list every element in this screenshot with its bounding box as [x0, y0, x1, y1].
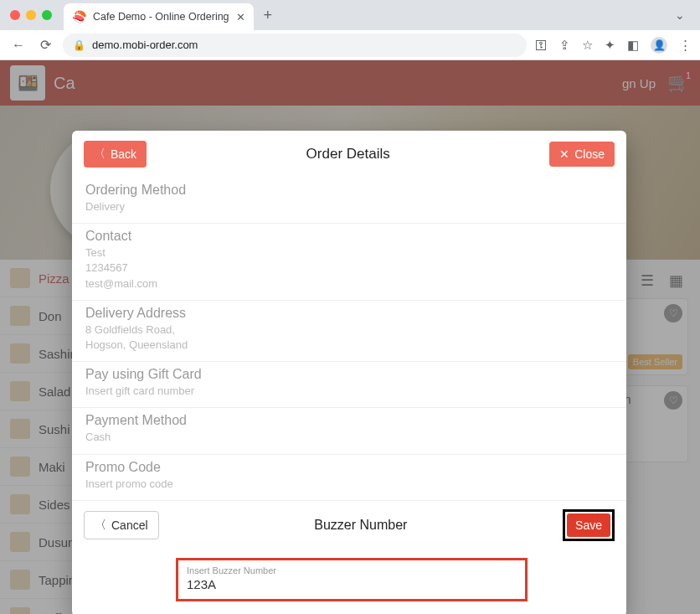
- order-section[interactable]: Pay using Gift CardInsert gift card numb…: [72, 362, 626, 408]
- tab-title: Cafe Demo - Online Ordering: [93, 11, 229, 23]
- section-value: 8 Goldfields Road,Hogson, Queensland: [85, 322, 613, 353]
- close-window-icon[interactable]: [10, 10, 20, 20]
- browser-tab[interactable]: 🍣 Cafe Demo - Online Ordering ✕: [64, 3, 254, 30]
- tab-dropdown-icon[interactable]: ⌄: [667, 8, 693, 22]
- url-text: demo.mobi-order.com: [92, 39, 198, 51]
- section-value: Insert gift card number: [85, 384, 613, 399]
- browser-chrome: 🍣 Cafe Demo - Online Ordering ✕ + ⌄ ← → …: [0, 0, 700, 60]
- section-label: Payment Method: [85, 413, 613, 428]
- modal-title: Order Details: [147, 146, 549, 163]
- chevron-left-icon: 〈: [95, 518, 106, 533]
- save-button[interactable]: Save: [567, 513, 610, 537]
- profile-avatar[interactable]: 👤: [651, 37, 667, 54]
- section-value: Insert promo code: [85, 477, 613, 492]
- back-button[interactable]: 〈 Back: [84, 141, 147, 168]
- extensions-icon[interactable]: ✦: [605, 38, 615, 53]
- section-label: Delivery Address: [85, 306, 613, 321]
- buzzer-field-row: Insert Buzzer Number: [72, 550, 626, 614]
- buzzer-input[interactable]: [187, 577, 517, 591]
- buzzer-field[interactable]: Insert Buzzer Number: [176, 558, 528, 601]
- close-icon: ✕: [559, 147, 569, 161]
- window-controls[interactable]: [10, 10, 52, 20]
- buzzer-row: 〈 Cancel Buzzer Number Save: [72, 501, 626, 550]
- back-label: Back: [111, 147, 136, 161]
- section-value: Cash: [85, 430, 613, 445]
- tab-favicon: 🍣: [72, 10, 86, 23]
- section-value: Delivery: [85, 199, 613, 214]
- buzzer-placeholder: Insert Buzzer Number: [187, 565, 517, 575]
- cancel-label: Cancel: [111, 519, 148, 532]
- panel-icon[interactable]: ◧: [627, 38, 639, 53]
- reload-icon[interactable]: ⟳: [37, 35, 54, 54]
- new-tab-button[interactable]: +: [259, 7, 278, 24]
- tab-strip: 🍣 Cafe Demo - Online Ordering ✕ + ⌄: [0, 0, 700, 30]
- section-label: Ordering Method: [85, 183, 613, 198]
- order-section[interactable]: Promo CodeInsert promo code: [72, 455, 626, 501]
- save-highlight: Save: [563, 509, 615, 541]
- lock-icon: 🔒: [73, 39, 85, 51]
- order-section[interactable]: Delivery Address8 Goldfields Road,Hogson…: [72, 301, 626, 362]
- back-nav-icon[interactable]: ←: [8, 36, 28, 54]
- menu-icon[interactable]: ⋮: [679, 38, 692, 53]
- minimize-window-icon[interactable]: [26, 10, 36, 20]
- order-section[interactable]: Payment MethodCash: [72, 408, 626, 454]
- share-icon[interactable]: ⇪: [559, 38, 570, 53]
- bookmark-icon[interactable]: ☆: [582, 38, 593, 53]
- order-section[interactable]: Ordering MethodDelivery: [72, 178, 626, 224]
- maximize-window-icon[interactable]: [42, 10, 52, 20]
- section-label: Promo Code: [85, 460, 613, 475]
- order-section[interactable]: ContactTest1234567test@mail.com: [72, 224, 626, 301]
- toolbar-icons: ⚿ ⇪ ☆ ✦ ◧ 👤 ⋮: [535, 37, 692, 54]
- section-label: Pay using Gift Card: [85, 367, 613, 382]
- key-icon[interactable]: ⚿: [535, 38, 548, 52]
- order-details-modal: 〈 Back Order Details ✕ Close Ordering Me…: [72, 131, 626, 614]
- address-bar: ← → ⟳ 🔒 demo.mobi-order.com ⚿ ⇪ ☆ ✦ ◧ 👤 …: [0, 30, 700, 60]
- section-label: Contact: [85, 229, 613, 244]
- url-input[interactable]: 🔒 demo.mobi-order.com: [63, 34, 527, 57]
- chevron-left-icon: 〈: [94, 147, 106, 162]
- tab-close-icon[interactable]: ✕: [236, 11, 245, 23]
- section-value: Test1234567test@mail.com: [85, 245, 613, 292]
- modal-header: 〈 Back Order Details ✕ Close: [72, 131, 626, 178]
- close-button[interactable]: ✕ Close: [549, 142, 615, 167]
- cancel-button[interactable]: 〈 Cancel: [84, 511, 159, 539]
- close-label: Close: [574, 147, 605, 161]
- buzzer-title: Buzzer Number: [159, 518, 563, 533]
